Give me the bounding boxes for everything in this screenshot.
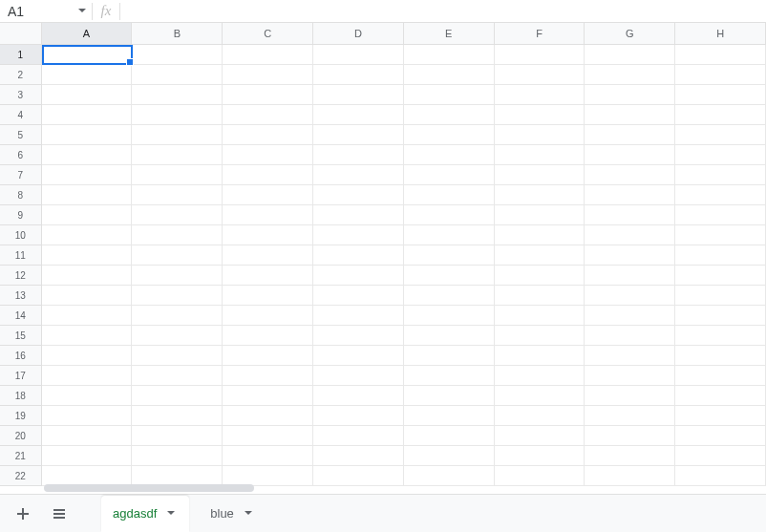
column-header[interactable]: A — [42, 23, 133, 45]
row-header[interactable]: 16 — [0, 346, 42, 366]
cell[interactable] — [313, 406, 404, 426]
cell[interactable] — [495, 446, 585, 466]
cell[interactable] — [132, 406, 223, 426]
cell[interactable] — [313, 426, 404, 446]
cell[interactable] — [585, 125, 675, 145]
column-header[interactable]: C — [223, 23, 313, 45]
formula-input[interactable] — [119, 3, 766, 20]
cell[interactable] — [675, 65, 766, 85]
cell[interactable] — [585, 165, 675, 185]
all-sheets-button[interactable] — [46, 500, 73, 527]
cell[interactable] — [404, 286, 495, 306]
cell[interactable] — [42, 346, 133, 366]
cell[interactable] — [404, 306, 495, 326]
cell[interactable] — [675, 125, 766, 145]
cell[interactable] — [404, 326, 495, 346]
cell[interactable] — [223, 185, 313, 205]
row-header[interactable]: 21 — [0, 446, 42, 466]
cell[interactable] — [404, 125, 495, 145]
cell[interactable] — [495, 105, 585, 125]
cell[interactable] — [313, 105, 404, 125]
cell[interactable] — [495, 245, 585, 266]
cell[interactable] — [404, 426, 495, 446]
cell[interactable] — [585, 286, 675, 306]
column-header[interactable]: F — [495, 23, 585, 45]
cell[interactable] — [585, 426, 675, 446]
row-header[interactable]: 10 — [0, 225, 42, 245]
cell[interactable] — [585, 406, 675, 426]
add-sheet-button[interactable] — [10, 500, 36, 527]
sheet-tab[interactable]: blue — [199, 498, 266, 530]
row-header[interactable]: 14 — [0, 306, 42, 326]
cell[interactable] — [132, 426, 223, 446]
cell[interactable] — [223, 45, 313, 65]
cell[interactable] — [404, 205, 495, 225]
cell[interactable] — [675, 286, 766, 306]
cell[interactable] — [132, 366, 223, 386]
cell[interactable] — [495, 45, 585, 65]
cell[interactable] — [42, 245, 133, 266]
column-header[interactable]: G — [585, 23, 675, 45]
cell[interactable] — [42, 446, 133, 466]
cell[interactable] — [585, 145, 675, 165]
cell[interactable] — [313, 366, 404, 386]
cell[interactable] — [675, 225, 766, 245]
cell[interactable] — [495, 266, 585, 286]
cell[interactable] — [42, 65, 133, 85]
cell[interactable] — [404, 65, 495, 85]
cell[interactable] — [675, 45, 766, 65]
cell[interactable] — [404, 165, 495, 185]
cell[interactable] — [313, 65, 404, 85]
cell[interactable] — [223, 386, 313, 406]
row-header[interactable]: 7 — [0, 165, 42, 185]
cell[interactable] — [42, 266, 133, 286]
cell[interactable] — [132, 165, 223, 185]
cell[interactable] — [495, 225, 585, 245]
cell[interactable] — [404, 185, 495, 205]
column-header[interactable]: H — [675, 23, 766, 45]
cell[interactable] — [313, 245, 404, 266]
cell[interactable] — [404, 446, 495, 466]
cell[interactable] — [42, 185, 133, 205]
cell[interactable] — [313, 165, 404, 185]
column-header[interactable]: B — [132, 23, 223, 45]
cell[interactable] — [495, 165, 585, 185]
cell[interactable] — [42, 145, 133, 165]
cell[interactable] — [42, 205, 133, 225]
row-header[interactable]: 5 — [0, 125, 42, 145]
cell[interactable] — [132, 205, 223, 225]
row-header[interactable]: 12 — [0, 266, 42, 286]
row-header[interactable]: 18 — [0, 386, 42, 406]
column-header[interactable]: D — [313, 23, 404, 45]
cell[interactable] — [313, 185, 404, 205]
cell[interactable] — [313, 205, 404, 225]
cell[interactable] — [42, 406, 133, 426]
cell[interactable] — [495, 326, 585, 346]
cell[interactable] — [133, 45, 223, 65]
cell[interactable] — [313, 85, 404, 105]
cell[interactable] — [675, 245, 766, 266]
cell[interactable] — [585, 326, 675, 346]
cell[interactable] — [132, 386, 223, 406]
cell[interactable] — [313, 225, 404, 245]
select-all-corner[interactable] — [0, 23, 42, 45]
cell[interactable] — [223, 326, 313, 346]
cell[interactable] — [495, 145, 585, 165]
cell[interactable] — [42, 165, 133, 185]
cell[interactable] — [132, 266, 223, 286]
cell[interactable] — [313, 306, 404, 326]
cell[interactable] — [675, 85, 766, 105]
cell[interactable] — [495, 65, 585, 85]
cell[interactable] — [132, 85, 223, 105]
cell[interactable] — [404, 406, 495, 426]
cell[interactable] — [313, 286, 404, 306]
sheet-tab[interactable]: agdasdf — [101, 496, 189, 532]
cell[interactable] — [42, 386, 133, 406]
cell[interactable] — [42, 426, 133, 446]
cell[interactable] — [42, 105, 133, 125]
row-header[interactable]: 17 — [0, 366, 42, 386]
cell[interactable] — [223, 446, 313, 466]
row-header[interactable]: 3 — [0, 85, 42, 105]
cell[interactable] — [223, 165, 313, 185]
cell[interactable] — [42, 286, 133, 306]
